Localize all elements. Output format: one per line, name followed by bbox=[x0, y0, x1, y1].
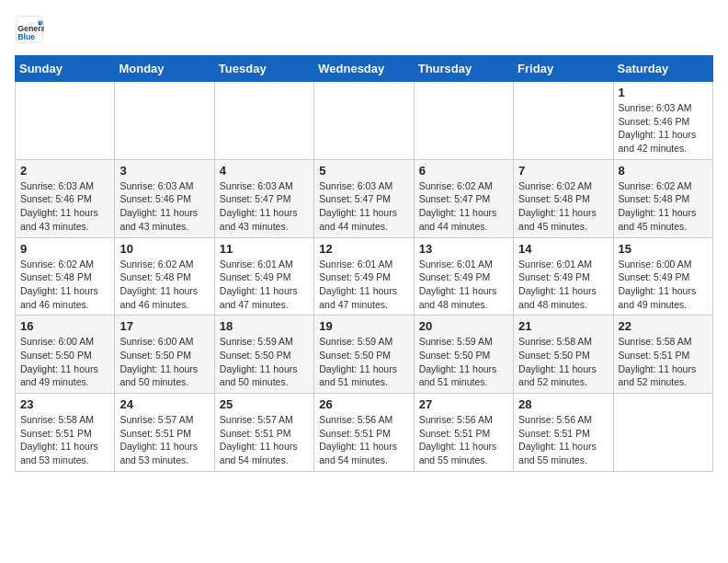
day-info: Sunrise: 6:01 AM Sunset: 5:49 PM Dayligh… bbox=[220, 258, 309, 312]
day-number: 6 bbox=[419, 164, 508, 178]
calendar-day-cell: 28Sunrise: 5:56 AM Sunset: 5:51 PM Dayli… bbox=[514, 394, 613, 472]
calendar-day-cell: 22Sunrise: 5:58 AM Sunset: 5:51 PM Dayli… bbox=[613, 316, 712, 394]
day-number: 21 bbox=[518, 319, 608, 333]
day-info: Sunrise: 5:59 AM Sunset: 5:50 PM Dayligh… bbox=[220, 335, 309, 389]
day-number: 23 bbox=[20, 397, 109, 411]
day-number: 4 bbox=[220, 164, 309, 178]
calendar-day-cell: 20Sunrise: 5:59 AM Sunset: 5:50 PM Dayli… bbox=[414, 316, 513, 394]
day-info: Sunrise: 5:56 AM Sunset: 5:51 PM Dayligh… bbox=[319, 413, 408, 467]
day-number: 11 bbox=[220, 242, 309, 256]
calendar-day-cell bbox=[414, 82, 513, 160]
calendar-day-cell: 11Sunrise: 6:01 AM Sunset: 5:49 PM Dayli… bbox=[214, 237, 313, 316]
day-number: 3 bbox=[119, 164, 209, 178]
day-number: 15 bbox=[619, 242, 708, 256]
day-info: Sunrise: 5:58 AM Sunset: 5:50 PM Dayligh… bbox=[518, 335, 608, 389]
day-number: 8 bbox=[619, 164, 708, 178]
day-number: 9 bbox=[20, 242, 109, 256]
calendar-day-cell bbox=[613, 394, 712, 472]
svg-text:Blue: Blue bbox=[17, 32, 35, 41]
calendar-body: 1Sunrise: 6:03 AM Sunset: 5:46 PM Daylig… bbox=[16, 82, 713, 472]
day-number: 7 bbox=[518, 164, 608, 178]
day-number: 16 bbox=[20, 319, 109, 333]
day-number: 10 bbox=[119, 242, 209, 256]
calendar-day-cell: 21Sunrise: 5:58 AM Sunset: 5:50 PM Dayli… bbox=[514, 316, 613, 394]
day-info: Sunrise: 6:02 AM Sunset: 5:48 PM Dayligh… bbox=[619, 179, 708, 234]
weekday-header-tuesday: Tuesday bbox=[214, 56, 313, 82]
day-number: 20 bbox=[419, 319, 508, 333]
day-info: Sunrise: 6:00 AM Sunset: 5:50 PM Dayligh… bbox=[20, 335, 109, 389]
calendar-day-cell bbox=[16, 82, 115, 160]
day-info: Sunrise: 5:58 AM Sunset: 5:51 PM Dayligh… bbox=[619, 335, 708, 389]
calendar-day-cell: 24Sunrise: 5:57 AM Sunset: 5:51 PM Dayli… bbox=[115, 394, 214, 472]
calendar-day-cell: 2Sunrise: 6:03 AM Sunset: 5:46 PM Daylig… bbox=[16, 159, 115, 237]
weekday-header-friday: Friday bbox=[514, 56, 613, 82]
day-info: Sunrise: 5:58 AM Sunset: 5:51 PM Dayligh… bbox=[20, 413, 109, 467]
day-info: Sunrise: 6:01 AM Sunset: 5:49 PM Dayligh… bbox=[419, 258, 508, 312]
day-info: Sunrise: 6:01 AM Sunset: 5:49 PM Dayligh… bbox=[319, 258, 408, 312]
calendar-day-cell: 13Sunrise: 6:01 AM Sunset: 5:49 PM Dayli… bbox=[414, 237, 513, 316]
calendar-week-row-4: 16Sunrise: 6:00 AM Sunset: 5:50 PM Dayli… bbox=[16, 316, 713, 394]
day-info: Sunrise: 6:03 AM Sunset: 5:46 PM Dayligh… bbox=[20, 179, 109, 234]
calendar-day-cell: 23Sunrise: 5:58 AM Sunset: 5:51 PM Dayli… bbox=[16, 394, 115, 472]
weekday-header-thursday: Thursday bbox=[414, 56, 513, 82]
calendar-day-cell: 9Sunrise: 6:02 AM Sunset: 5:48 PM Daylig… bbox=[16, 237, 115, 316]
day-number: 2 bbox=[20, 164, 109, 178]
calendar-day-cell: 4Sunrise: 6:03 AM Sunset: 5:47 PM Daylig… bbox=[214, 159, 313, 237]
day-info: Sunrise: 5:56 AM Sunset: 5:51 PM Dayligh… bbox=[419, 413, 508, 467]
day-number: 12 bbox=[319, 242, 408, 256]
weekday-header-wednesday: Wednesday bbox=[314, 56, 414, 82]
day-info: Sunrise: 6:02 AM Sunset: 5:48 PM Dayligh… bbox=[119, 258, 209, 312]
calendar-day-cell: 16Sunrise: 6:00 AM Sunset: 5:50 PM Dayli… bbox=[16, 316, 115, 394]
calendar-day-cell: 3Sunrise: 6:03 AM Sunset: 5:46 PM Daylig… bbox=[115, 159, 214, 237]
calendar-week-row-1: 1Sunrise: 6:03 AM Sunset: 5:46 PM Daylig… bbox=[16, 82, 713, 160]
day-number: 28 bbox=[518, 397, 608, 411]
weekday-header-row: SundayMondayTuesdayWednesdayThursdayFrid… bbox=[16, 56, 713, 82]
calendar-day-cell: 17Sunrise: 6:00 AM Sunset: 5:50 PM Dayli… bbox=[115, 316, 214, 394]
calendar-day-cell: 25Sunrise: 5:57 AM Sunset: 5:51 PM Dayli… bbox=[214, 394, 313, 472]
day-number: 24 bbox=[119, 397, 209, 411]
calendar-day-cell bbox=[214, 82, 313, 160]
calendar-day-cell: 12Sunrise: 6:01 AM Sunset: 5:49 PM Dayli… bbox=[314, 237, 414, 316]
weekday-header-saturday: Saturday bbox=[613, 56, 712, 82]
day-info: Sunrise: 6:02 AM Sunset: 5:48 PM Dayligh… bbox=[518, 179, 608, 234]
calendar-day-cell bbox=[314, 82, 414, 160]
day-info: Sunrise: 6:03 AM Sunset: 5:46 PM Dayligh… bbox=[119, 179, 209, 234]
calendar-day-cell: 5Sunrise: 6:03 AM Sunset: 5:47 PM Daylig… bbox=[314, 159, 414, 237]
day-number: 22 bbox=[619, 319, 708, 333]
day-info: Sunrise: 6:02 AM Sunset: 5:48 PM Dayligh… bbox=[20, 258, 109, 312]
calendar-day-cell: 8Sunrise: 6:02 AM Sunset: 5:48 PM Daylig… bbox=[613, 159, 712, 237]
day-info: Sunrise: 6:01 AM Sunset: 5:49 PM Dayligh… bbox=[518, 258, 608, 312]
day-number: 17 bbox=[119, 319, 209, 333]
calendar-table: SundayMondayTuesdayWednesdayThursdayFrid… bbox=[15, 55, 713, 472]
day-info: Sunrise: 5:56 AM Sunset: 5:51 PM Dayligh… bbox=[518, 413, 608, 467]
logo-icon: General Blue bbox=[15, 15, 44, 44]
calendar-day-cell: 6Sunrise: 6:02 AM Sunset: 5:47 PM Daylig… bbox=[414, 159, 513, 237]
calendar-day-cell: 1Sunrise: 6:03 AM Sunset: 5:46 PM Daylig… bbox=[613, 82, 712, 160]
calendar-day-cell: 15Sunrise: 6:00 AM Sunset: 5:49 PM Dayli… bbox=[613, 237, 712, 316]
day-info: Sunrise: 6:03 AM Sunset: 5:47 PM Dayligh… bbox=[220, 179, 309, 234]
day-number: 5 bbox=[319, 164, 408, 178]
day-info: Sunrise: 6:03 AM Sunset: 5:46 PM Dayligh… bbox=[619, 101, 708, 155]
page-header: General Blue bbox=[15, 15, 713, 44]
weekday-header-monday: Monday bbox=[115, 56, 214, 82]
calendar-day-cell: 14Sunrise: 6:01 AM Sunset: 5:49 PM Dayli… bbox=[514, 237, 613, 316]
calendar-day-cell: 19Sunrise: 5:59 AM Sunset: 5:50 PM Dayli… bbox=[314, 316, 414, 394]
calendar-week-row-5: 23Sunrise: 5:58 AM Sunset: 5:51 PM Dayli… bbox=[16, 394, 713, 472]
calendar-day-cell: 27Sunrise: 5:56 AM Sunset: 5:51 PM Dayli… bbox=[414, 394, 513, 472]
day-info: Sunrise: 6:00 AM Sunset: 5:49 PM Dayligh… bbox=[619, 258, 708, 312]
calendar-day-cell: 26Sunrise: 5:56 AM Sunset: 5:51 PM Dayli… bbox=[314, 394, 414, 472]
day-info: Sunrise: 6:00 AM Sunset: 5:50 PM Dayligh… bbox=[119, 335, 209, 389]
day-number: 18 bbox=[220, 319, 309, 333]
day-number: 26 bbox=[319, 397, 408, 411]
day-info: Sunrise: 5:59 AM Sunset: 5:50 PM Dayligh… bbox=[319, 335, 408, 389]
calendar-day-cell bbox=[115, 82, 214, 160]
calendar-week-row-2: 2Sunrise: 6:03 AM Sunset: 5:46 PM Daylig… bbox=[16, 159, 713, 237]
day-info: Sunrise: 6:03 AM Sunset: 5:47 PM Dayligh… bbox=[319, 179, 408, 234]
calendar-day-cell bbox=[514, 82, 613, 160]
day-number: 19 bbox=[319, 319, 408, 333]
weekday-header-sunday: Sunday bbox=[16, 56, 115, 82]
day-info: Sunrise: 5:57 AM Sunset: 5:51 PM Dayligh… bbox=[220, 413, 309, 467]
calendar-day-cell: 10Sunrise: 6:02 AM Sunset: 5:48 PM Dayli… bbox=[115, 237, 214, 316]
day-number: 13 bbox=[419, 242, 508, 256]
day-info: Sunrise: 5:57 AM Sunset: 5:51 PM Dayligh… bbox=[119, 413, 209, 467]
